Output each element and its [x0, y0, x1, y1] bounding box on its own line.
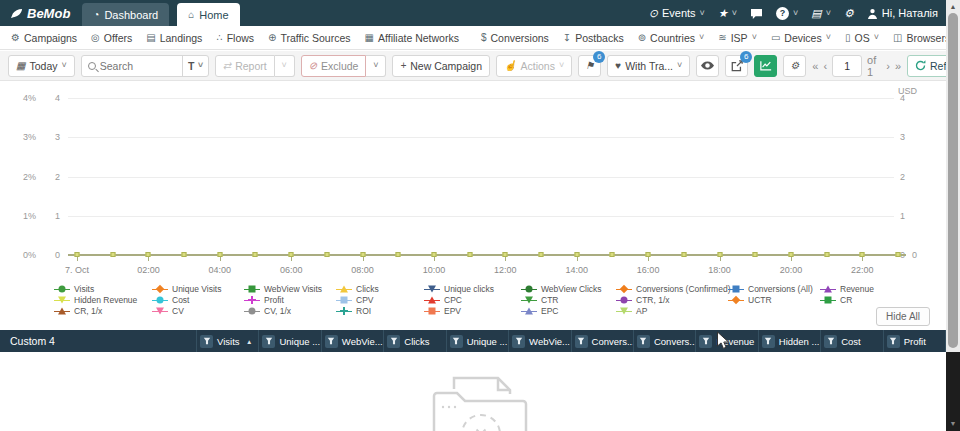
legend-item[interactable]: ROI — [336, 306, 424, 316]
legend-item[interactable]: Visits — [54, 284, 152, 294]
page-number-input[interactable] — [832, 55, 862, 77]
legend-item[interactable]: WebView Visits — [244, 284, 336, 294]
nav-item-postbacks[interactable]: ↧Postbacks — [556, 30, 631, 46]
legend-item[interactable]: Conversions (Confirmed) — [616, 284, 728, 294]
nav-item-flows[interactable]: ∴Flows — [209, 30, 261, 46]
favorites-menu[interactable]: ★ ˅ — [718, 8, 737, 19]
prev-page-button[interactable]: ‹ — [823, 60, 827, 72]
help-menu[interactable]: ? ˅ — [776, 7, 798, 20]
exclude-dropdown-button[interactable]: ˅ — [366, 55, 386, 77]
search-input[interactable] — [96, 60, 182, 72]
tab-dashboard[interactable]: ◔ Dashboard — [82, 3, 169, 26]
columns-visibility-button[interactable] — [696, 55, 719, 77]
column-header-visits[interactable]: Visits▲ — [197, 330, 259, 352]
legend-item[interactable]: CTR — [521, 295, 616, 305]
filter-funnel-icon[interactable] — [262, 335, 275, 348]
legend-item[interactable]: CPV — [336, 295, 424, 305]
legend-item[interactable]: Conversions (All) — [728, 284, 820, 294]
traffic-filter-dropdown[interactable]: ♥ With Tra... ˅ — [607, 55, 690, 77]
legend-item[interactable]: WebView Clicks — [521, 284, 616, 294]
legend-item[interactable]: CV, 1/x — [244, 306, 336, 316]
scroll-up-arrow[interactable]: ▲ — [946, 0, 960, 12]
filter-funnel-icon[interactable] — [575, 335, 588, 348]
filter-funnel-icon[interactable] — [637, 335, 650, 348]
nav-item-isp[interactable]: ≋ISP˅ — [711, 30, 764, 46]
tab-home[interactable]: ⌂ Home — [177, 3, 239, 26]
flows-icon: ∴ — [216, 33, 222, 43]
user-menu[interactable]: Hi, Наталія — [867, 7, 938, 19]
filter-funnel-icon[interactable] — [200, 335, 213, 348]
column-header-webview-clicks[interactable]: WebVie... — [509, 330, 571, 352]
legend-item[interactable]: AP — [616, 306, 728, 316]
legend-item[interactable]: Cost — [152, 295, 244, 305]
nav-item-countries[interactable]: ⊚Countries˅ — [631, 30, 712, 46]
bemob-logo[interactable]: BeMob — [0, 0, 82, 26]
legend-item[interactable]: CR, 1/x — [54, 306, 152, 316]
date-range-button[interactable]: ▦ Today ˅ — [8, 55, 75, 77]
scrollbar-thumb[interactable] — [948, 13, 958, 348]
scroll-down-arrow[interactable]: ▼ — [946, 417, 960, 429]
column-header-profit[interactable]: Profit — [884, 330, 946, 352]
new-campaign-button[interactable]: + New Campaign — [392, 55, 490, 77]
legend-item[interactable]: Revenue — [820, 284, 940, 294]
nav-item-offers[interactable]: ◎Offers — [84, 30, 139, 46]
legend-item[interactable]: Unique Visits — [152, 284, 244, 294]
legend-item[interactable]: CPC — [424, 295, 521, 305]
legend-item[interactable]: EPC — [521, 306, 616, 316]
filter-funnel-icon[interactable] — [887, 335, 900, 348]
legend-item[interactable]: CTR, 1/x — [616, 295, 728, 305]
settings-button[interactable]: ⚙ — [844, 8, 854, 19]
group-column-header[interactable]: Custom 4 — [0, 330, 197, 352]
filter-funnel-icon[interactable] — [512, 335, 525, 348]
nav-item-browsers[interactable]: ◫Browsers˅ — [886, 30, 946, 46]
filter-funnel-icon[interactable] — [699, 335, 712, 348]
report-dropdown-button[interactable]: ˅ — [275, 55, 295, 77]
chat-button[interactable] — [750, 8, 763, 19]
nav-item-campaigns[interactable]: ⚙Campaigns — [4, 30, 84, 46]
filter-funnel-icon[interactable] — [387, 335, 400, 348]
exclude-button[interactable]: ⊘ Exclude — [301, 55, 367, 77]
column-header-conversions-all[interactable]: Convers... — [634, 330, 696, 352]
table-settings-button[interactable]: ⚙ — [783, 55, 806, 77]
search-type-dropdown[interactable]: T ˅ — [182, 56, 208, 76]
next-page-button[interactable]: › — [886, 60, 890, 72]
legend-item[interactable]: UCTR — [728, 295, 820, 305]
column-header-unique-clicks[interactable]: Unique ... — [447, 330, 509, 352]
billing-menu[interactable]: ▤ ˅ — [811, 8, 831, 19]
column-header-revenue[interactable]: Revenue▲ — [696, 330, 758, 352]
legend-item[interactable]: CV — [152, 306, 244, 316]
filter-funnel-icon[interactable] — [762, 335, 775, 348]
actions-button[interactable]: ☝ Actions ˅ — [496, 55, 572, 77]
column-header-clicks[interactable]: Clicks — [384, 330, 446, 352]
legend-item[interactable]: Hidden Revenue — [54, 295, 152, 305]
legend-item[interactable]: Profit — [244, 295, 336, 305]
column-header-unique-visits[interactable]: Unique ... — [259, 330, 321, 352]
chart-toggle-button[interactable] — [754, 55, 777, 77]
nav-item-conversions[interactable]: $Conversions — [474, 30, 556, 46]
share-button[interactable]: 6 — [725, 55, 748, 77]
legend-item[interactable]: Unique clicks — [424, 284, 521, 294]
legend-item[interactable]: CR — [820, 295, 940, 305]
filter-funnel-icon[interactable] — [450, 335, 463, 348]
nav-item-landings[interactable]: ▤Landings — [139, 30, 209, 46]
legend-item[interactable]: Clicks — [336, 284, 424, 294]
legend-label: UCTR — [748, 295, 772, 305]
hide-all-button[interactable]: Hide All — [876, 307, 930, 326]
column-header-hidden-revenue[interactable]: Hidden ... — [759, 330, 821, 352]
events-menu[interactable]: ⊙ Events ˅ — [649, 7, 705, 19]
flag-filter-button[interactable]: ⚑ 6 — [578, 55, 601, 77]
report-button[interactable]: ⇄ Report — [215, 55, 275, 77]
last-page-button[interactable]: » — [895, 60, 901, 72]
nav-item-traffic-sources[interactable]: ⊕Traffic Sources — [261, 30, 357, 46]
filter-funnel-icon[interactable] — [824, 335, 837, 348]
nav-item-os[interactable]: ▯OS˅ — [838, 30, 886, 46]
column-header-webview-visits[interactable]: WebVie... — [322, 330, 384, 352]
legend-marker-icon — [521, 307, 537, 316]
column-header-conversions-confirmed[interactable]: Convers... — [572, 330, 634, 352]
legend-item[interactable]: EPV — [424, 306, 521, 316]
nav-item-devices[interactable]: ▭Devices˅ — [764, 30, 838, 46]
first-page-button[interactable]: « — [812, 60, 818, 72]
column-header-cost[interactable]: Cost — [821, 330, 883, 352]
nav-item-affiliate-networks[interactable]: ▦Affiliate Networks — [358, 30, 466, 46]
filter-funnel-icon[interactable] — [325, 335, 338, 348]
